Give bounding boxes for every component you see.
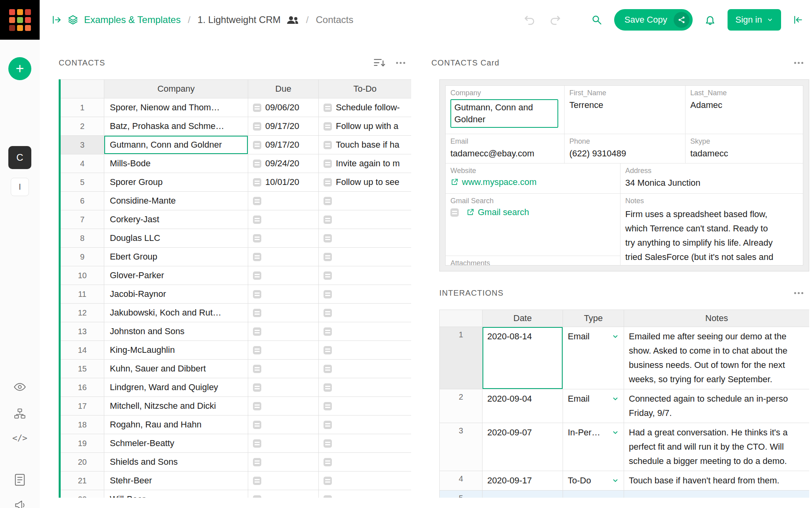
type-cell[interactable] <box>563 491 624 498</box>
row-number[interactable]: 4 <box>61 154 104 173</box>
type-cell[interactable]: Email <box>563 327 624 389</box>
date-cell[interactable]: 2020-09-17 <box>483 471 563 491</box>
company-cell[interactable]: Jacobi-Raynor <box>104 285 248 304</box>
sign-in-button[interactable]: Sign in <box>728 9 781 31</box>
company-cell[interactable]: Stehr-Beer <box>104 471 248 490</box>
row-number[interactable]: 5 <box>440 491 483 498</box>
date-cell[interactable]: 2020-08-14 <box>483 327 563 389</box>
coda-logo[interactable] <box>0 0 40 40</box>
date-cell[interactable] <box>483 491 563 498</box>
company-cell[interactable]: Glover-Parker <box>104 266 248 285</box>
todo-cell[interactable] <box>319 434 411 453</box>
row-number[interactable]: 22 <box>61 490 104 498</box>
todo-cell[interactable] <box>319 248 411 266</box>
todo-cell[interactable] <box>319 266 411 285</box>
notes-cell[interactable]: Had a great conversation. He thinks it's… <box>624 423 809 471</box>
search-icon[interactable] <box>591 14 602 25</box>
todo-cell[interactable]: Touch base if ha <box>319 136 411 154</box>
sidebar-item-interactions[interactable]: I <box>11 178 29 196</box>
due-cell[interactable] <box>248 360 319 378</box>
type-cell[interactable]: Email <box>563 389 624 423</box>
first-name-value[interactable]: Terrence <box>569 99 680 111</box>
gmail-search-text[interactable]: Gmail search <box>478 207 529 217</box>
field-company[interactable]: Company Gutmann, Conn and Goldner <box>446 86 565 134</box>
row-number[interactable]: 5 <box>61 173 104 192</box>
row-number[interactable]: 10 <box>61 266 104 285</box>
row-number[interactable]: 12 <box>61 304 104 322</box>
code-icon[interactable]: </> <box>12 433 27 443</box>
column-header-notes[interactable]: Notes <box>624 310 809 327</box>
company-cell[interactable]: Considine-Mante <box>104 192 248 210</box>
due-cell[interactable] <box>248 490 319 498</box>
todo-cell[interactable] <box>319 416 411 434</box>
todo-cell[interactable] <box>319 397 411 416</box>
column-header-due[interactable]: Due <box>248 79 319 98</box>
company-cell[interactable]: Mills-Bode <box>104 154 248 173</box>
email-value[interactable]: tadamecc@ebay.com <box>450 148 559 160</box>
row-number[interactable]: 1 <box>61 98 104 117</box>
type-cell[interactable]: To-Do <box>563 471 624 491</box>
todo-cell[interactable] <box>319 304 411 322</box>
column-header-todo[interactable]: To-Do <box>319 79 411 98</box>
company-cell[interactable]: Rogahn, Rau and Hahn <box>104 416 248 434</box>
company-cell[interactable]: Mitchell, Nitzsche and Dicki <box>104 397 248 416</box>
due-cell[interactable] <box>248 304 319 322</box>
field-phone[interactable]: Phone (622) 9310489 <box>565 134 686 163</box>
todo-cell[interactable] <box>319 453 411 471</box>
field-attachments[interactable]: Attachments <box>446 256 620 265</box>
sort-filter-icon[interactable] <box>374 58 386 67</box>
row-number[interactable]: 14 <box>61 341 104 360</box>
due-cell[interactable] <box>248 266 319 285</box>
todo-cell[interactable] <box>319 378 411 397</box>
row-number[interactable]: 8 <box>61 229 104 248</box>
breadcrumb-doc-title[interactable]: 1. Lightweight CRM <box>197 14 280 25</box>
website-url[interactable]: www.myspace.com <box>462 177 536 187</box>
due-cell[interactable] <box>248 416 319 434</box>
interactions-more-menu-icon[interactable] <box>794 292 804 294</box>
row-number[interactable]: 4 <box>440 471 483 491</box>
address-value[interactable]: 34 Monica Junction <box>625 177 798 189</box>
company-cell[interactable]: Sporer Group <box>104 173 248 192</box>
company-cell[interactable]: Shields and Sons <box>104 453 248 471</box>
form-icon[interactable] <box>15 474 25 486</box>
todo-cell[interactable]: Follow up with a <box>319 117 411 136</box>
row-number[interactable]: 2 <box>440 389 483 423</box>
row-number[interactable]: 18 <box>61 416 104 434</box>
row-number[interactable]: 9 <box>61 248 104 266</box>
row-number[interactable]: 3 <box>440 423 483 471</box>
row-number[interactable]: 1 <box>440 327 483 389</box>
due-cell[interactable] <box>248 229 319 248</box>
share-icon[interactable] <box>674 12 689 28</box>
field-last-name[interactable]: Last_Name Adamec <box>686 86 803 134</box>
row-number[interactable]: 15 <box>61 360 104 378</box>
company-value-selected[interactable]: Gutmann, Conn and Goldner <box>450 99 558 128</box>
company-cell[interactable]: Jakubowski, Koch and Rut… <box>104 304 248 322</box>
company-cell[interactable]: Will-Beer <box>104 490 248 498</box>
phone-value[interactable]: (622) 9310489 <box>569 148 680 160</box>
date-cell[interactable]: 2020-09-04 <box>483 389 563 423</box>
company-cell[interactable]: Ebert Group <box>104 248 248 266</box>
chevron-down-icon[interactable] <box>612 333 619 340</box>
chevron-down-icon[interactable] <box>612 429 619 436</box>
last-name-value[interactable]: Adamec <box>690 99 798 111</box>
pages-icon[interactable] <box>67 14 79 25</box>
row-number[interactable]: 16 <box>61 378 104 397</box>
todo-cell[interactable] <box>319 341 411 360</box>
row-number[interactable]: 6 <box>61 192 104 210</box>
field-email[interactable]: Email tadamecc@ebay.com <box>446 134 565 163</box>
due-cell[interactable] <box>248 341 319 360</box>
row-number[interactable]: 11 <box>61 285 104 304</box>
company-cell[interactable]: Lindgren, Ward and Quigley <box>104 378 248 397</box>
notes-cell[interactable]: Touch base if haven't heard from them. <box>624 471 809 491</box>
column-header-date[interactable]: Date <box>483 310 563 327</box>
notes-value[interactable]: Firm uses a spreadsheet based flow, whic… <box>625 207 798 265</box>
megaphone-icon[interactable] <box>14 500 26 508</box>
due-cell[interactable] <box>248 248 319 266</box>
website-link[interactable]: www.myspace.com <box>450 177 615 187</box>
save-copy-button[interactable]: Save Copy <box>614 9 693 31</box>
company-cell[interactable]: Gutmann, Conn and Goldner <box>104 136 248 154</box>
todo-cell[interactable] <box>319 285 411 304</box>
add-page-button[interactable]: + <box>8 57 31 80</box>
redo-icon[interactable] <box>549 14 561 26</box>
due-cell[interactable] <box>248 192 319 210</box>
